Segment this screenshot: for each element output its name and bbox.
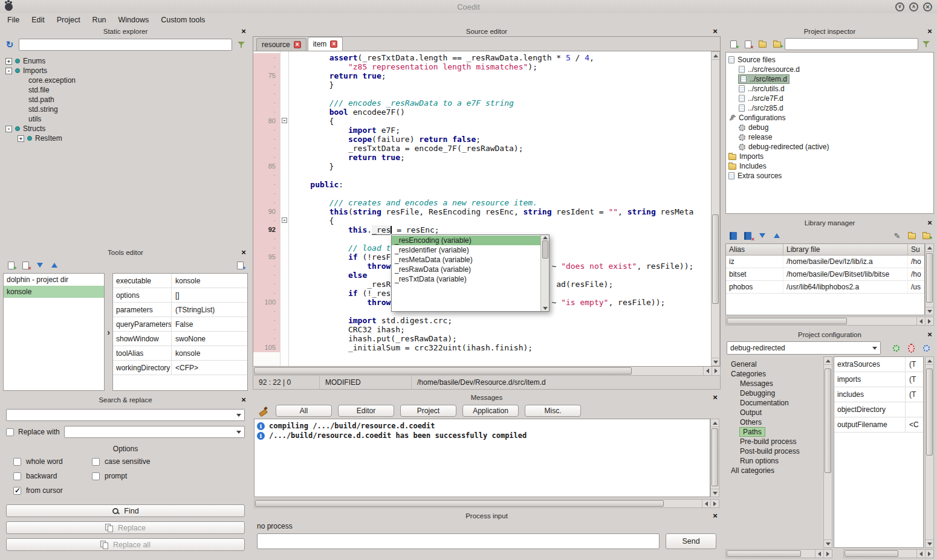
filter-project-button[interactable]: Project — [400, 405, 456, 417]
code-line[interactable]: } — [291, 162, 711, 171]
categories-vertical-scrollbar[interactable] — [823, 356, 832, 548]
property-value[interactable]: [] — [172, 288, 247, 302]
close-panel-icon[interactable] — [238, 396, 249, 404]
category-others[interactable]: Others — [725, 417, 822, 427]
remove-source-button[interactable] — [741, 37, 754, 51]
completion-item[interactable]: _resMetaData (variable) — [392, 255, 540, 265]
tab-item[interactable]: item — [308, 37, 343, 51]
code-line[interactable]: import std.digest.crc; — [291, 316, 711, 325]
option-row[interactable]: extraSources(T — [834, 357, 923, 372]
tree-node-config-active[interactable]: debug-redirected (active) — [726, 142, 933, 152]
symbol-filter-input[interactable] — [19, 39, 232, 51]
column-library-file[interactable]: Library file — [783, 244, 908, 255]
code-line[interactable]: _initialSum = crc322uint(ihash.finish); — [291, 343, 711, 352]
property-value[interactable]: (TStringList) — [172, 303, 247, 317]
close-panel-icon[interactable] — [710, 512, 721, 520]
replace-enable-checkbox[interactable] — [6, 428, 14, 436]
scrollbar-thumb[interactable] — [825, 369, 831, 473]
option-prompt[interactable]: prompt — [92, 472, 245, 480]
scroll-right-button[interactable] — [925, 317, 933, 325]
inspector-filter-button[interactable] — [919, 37, 933, 51]
menu-run[interactable]: Run — [92, 16, 106, 24]
close-panel-icon[interactable] — [710, 393, 721, 402]
library-row[interactable]: phobos /usr/lib64/libphobos2.a /us — [726, 281, 924, 294]
completion-item[interactable]: _resIdentifier (variable) — [392, 245, 540, 255]
scrollbar-thumb[interactable] — [542, 240, 548, 259]
tree-node-file[interactable]: ../src/utils.d — [726, 84, 933, 94]
option-row[interactable]: includes(T — [834, 387, 923, 402]
collapse-icon[interactable] — [5, 126, 12, 132]
scroll-left-button[interactable] — [916, 317, 925, 325]
tree-node-import[interactable]: std.file — [3, 85, 248, 95]
window-shade-button[interactable] — [895, 2, 904, 11]
option-value[interactable]: <C — [906, 417, 923, 432]
messages-horizontal-scrollbar[interactable] — [254, 499, 719, 508]
refresh-symbols-button[interactable] — [3, 38, 16, 51]
scroll-up-button[interactable] — [712, 52, 719, 60]
code-line[interactable]: { — [291, 117, 711, 126]
editor-code-lines[interactable]: assert(_resTxtData.length == _resRawData… — [289, 51, 711, 366]
close-panel-icon[interactable] — [924, 219, 935, 227]
backward-checkbox[interactable] — [13, 472, 21, 480]
scrollbar-thumb[interactable] — [727, 318, 847, 324]
clone-tool-button[interactable] — [233, 259, 247, 272]
property-row[interactable]: options[] — [113, 288, 247, 303]
editor-vertical-scrollbar[interactable] — [711, 51, 720, 366]
scroll-right-button[interactable] — [710, 500, 719, 507]
code-line[interactable]: _resTxtData = encode_7F(_resRawData); — [291, 144, 711, 153]
collapse-icon[interactable] — [5, 68, 12, 74]
message-row[interactable]: /.../build/resource.d.coedit has been su… — [257, 431, 707, 440]
tree-node-file[interactable]: ../src/e7F.d — [726, 94, 933, 103]
close-panel-icon[interactable] — [238, 27, 249, 36]
move-library-down-button[interactable] — [756, 229, 769, 242]
property-row[interactable]: toolAliaskonsole — [113, 346, 247, 361]
completion-item[interactable]: _resTxtData (variable) — [392, 274, 540, 284]
code-line[interactable] — [291, 89, 711, 98]
property-row[interactable]: workingDirectory<CFP> — [113, 361, 247, 375]
option-row[interactable]: objectDirectory — [834, 402, 923, 417]
add-folder-button[interactable] — [756, 37, 769, 51]
scroll-down-button[interactable] — [543, 307, 548, 310]
library-vertical-scrollbar[interactable] — [925, 243, 934, 315]
code-line[interactable]: "z85 representation length mismatches"); — [291, 62, 711, 71]
library-row[interactable]: bitset /home/basile/Dev/Bitset/lib/bitse… — [726, 268, 924, 281]
option-value[interactable]: (T — [906, 357, 923, 372]
remove-library-button[interactable] — [741, 229, 754, 242]
menu-edit[interactable]: Edit — [31, 16, 45, 24]
scroll-up-button[interactable] — [926, 357, 933, 365]
property-value[interactable]: <CFP> — [172, 361, 247, 375]
tree-node-import[interactable]: std.string — [3, 105, 248, 114]
code-line[interactable]: return true; — [291, 153, 711, 162]
tree-node-configurations[interactable]: Configurations — [726, 113, 933, 123]
code-line[interactable]: ihash.put(_resRawData); — [291, 334, 711, 343]
code-line[interactable]: { — [291, 216, 711, 225]
tree-node-file-selected[interactable]: ../src/item.d — [726, 74, 933, 84]
tree-node-source-files[interactable]: Source files — [726, 55, 933, 65]
code-line[interactable]: this(string resFile, ResEncoding resEnc,… — [291, 207, 711, 216]
library-horizontal-scrollbar[interactable] — [725, 317, 934, 326]
code-line[interactable]: /// creates and encodes a new resource i… — [291, 198, 711, 207]
close-tab-icon[interactable] — [294, 41, 301, 48]
category-all-categories[interactable]: All categories — [725, 466, 822, 475]
menu-custom-tools[interactable]: Custom tools — [161, 16, 205, 24]
property-row[interactable]: parameters(TStringList) — [113, 303, 247, 317]
add-library-folder-button[interactable] — [919, 229, 933, 242]
move-library-up-button[interactable] — [770, 229, 783, 242]
scroll-left-button[interactable] — [702, 500, 710, 507]
scroll-right-button[interactable] — [712, 367, 720, 375]
from-cursor-checkbox[interactable] — [13, 487, 21, 495]
fold-collapse-icon[interactable] — [282, 217, 287, 223]
scroll-right-button[interactable] — [925, 550, 933, 558]
code-line[interactable]: /// encodes _resRawData to a e7F string — [291, 98, 711, 108]
scrollbar-thumb[interactable] — [712, 214, 719, 304]
scroll-up-button[interactable] — [711, 419, 719, 427]
scrollbar-thumb[interactable] — [727, 550, 801, 557]
code-line[interactable] — [291, 171, 711, 180]
move-tool-down-button[interactable] — [33, 259, 47, 272]
process-input-field[interactable] — [257, 533, 660, 549]
editor-horizontal-scrollbar[interactable] — [253, 367, 721, 376]
scroll-down-button[interactable] — [926, 307, 933, 315]
scroll-up-button[interactable] — [926, 244, 933, 252]
tab-resource[interactable]: resource — [256, 38, 306, 51]
remove-tool-button[interactable] — [19, 259, 32, 272]
